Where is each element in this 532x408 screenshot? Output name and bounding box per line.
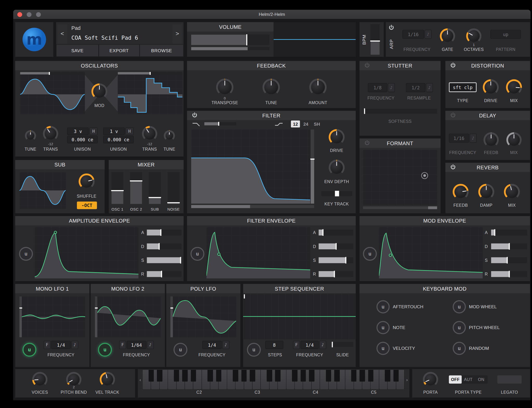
filter-resonance-slider[interactable] (311, 130, 314, 204)
stutter-softness-slider[interactable] (363, 109, 437, 114)
osc2-harmonize-button[interactable]: H (125, 128, 134, 135)
save-button[interactable]: SAVE (56, 44, 99, 57)
patch-name[interactable]: COA Soft Scifi Pad 6 (71, 35, 138, 41)
mod-envelope-decay-handle[interactable] (389, 254, 392, 257)
feedback-tune-knob[interactable] (263, 79, 280, 96)
osc1-unison-voices[interactable]: 3 v (67, 128, 89, 135)
delay-frequency-value[interactable]: 1/16 (449, 134, 469, 143)
filter-env-mod-source-button[interactable]: u (190, 247, 204, 261)
filter-env-attack-slider[interactable] (319, 230, 353, 236)
mod-env-attack-slider[interactable] (491, 230, 527, 236)
filter-env-decay-slider[interactable] (319, 243, 353, 249)
sub-waveform-display[interactable] (19, 172, 66, 209)
next-patch-button[interactable]: > (172, 24, 182, 44)
poly-lfo-amp-slider[interactable] (170, 296, 173, 337)
aftertouch-mod-source-button[interactable]: u (376, 300, 390, 313)
black-key[interactable] (191, 370, 196, 382)
mixer-osc2-slider[interactable] (130, 172, 142, 204)
osc2-unison-voices[interactable]: 1 v (103, 128, 125, 135)
mono-lfo1-sync-mode-icon[interactable]: F (44, 341, 51, 349)
reverb-feedback-knob[interactable] (453, 184, 469, 200)
amp-envelope-peak-handle[interactable] (54, 231, 57, 234)
step-sequencer-note-icon[interactable]: ♪ (319, 341, 326, 349)
black-key[interactable] (208, 370, 213, 382)
distortion-type-value[interactable]: sft clp (449, 82, 477, 92)
mixer-noise-slider[interactable] (168, 172, 179, 204)
zoom-window-button[interactable] (36, 12, 41, 17)
osc2-transpose-knob[interactable] (142, 126, 157, 141)
stutter-resample-value[interactable]: 1/2 (406, 83, 425, 92)
amp-env-mod-source-button[interactable]: u (19, 247, 33, 261)
mono-lfo1-mod-source-button[interactable]: u (23, 343, 36, 357)
bpm-slider[interactable] (371, 24, 380, 55)
porta-type-aut-button[interactable]: AUT (462, 375, 475, 384)
filter-response-display[interactable] (191, 130, 310, 204)
sub-octave-button[interactable]: -OCT (77, 202, 97, 209)
distortion-drive-knob[interactable] (483, 79, 499, 95)
black-key[interactable] (275, 370, 281, 382)
black-key[interactable] (241, 370, 247, 382)
formant-xy-pad[interactable] (363, 150, 437, 205)
minimize-window-button[interactable] (27, 12, 32, 17)
mod-env-mod-source-button[interactable]: u (363, 247, 377, 261)
step-sequencer-sync-mode-icon[interactable]: F (293, 341, 300, 349)
reverb-power-button[interactable] (450, 164, 457, 171)
amp-env-release-slider[interactable] (147, 271, 181, 277)
random-mod-source-button[interactable]: u (453, 342, 466, 355)
formant-scrollbar-thumb[interactable] (428, 206, 437, 209)
step-sequencer-steps-value[interactable]: 8 (265, 341, 283, 349)
keyboard-scroll-left-button[interactable]: ‹ (138, 370, 143, 389)
mod-env-decay-slider[interactable] (491, 243, 527, 249)
black-key[interactable] (233, 370, 238, 382)
arp-sync-note-icon[interactable]: ♪ (425, 30, 432, 39)
arp-pattern-value[interactable]: up (490, 30, 521, 39)
distortion-mix-knob[interactable] (506, 79, 522, 95)
arp-frequency-value[interactable]: 1/16 (402, 30, 424, 39)
piano-keyboard[interactable] (143, 370, 404, 389)
osc2-tune-knob[interactable] (164, 130, 175, 141)
poly-lfo-mod-source-button[interactable]: u (174, 343, 187, 357)
osc1-transpose-knob[interactable] (43, 126, 58, 141)
prev-patch-button[interactable]: < (57, 24, 67, 44)
mod-envelope-display[interactable] (379, 227, 483, 278)
pitch-wheel-mod-source-button[interactable]: u (453, 321, 466, 334)
filter-scrollbar[interactable] (191, 205, 314, 208)
distortion-power-button[interactable] (450, 62, 457, 69)
osc1-unison-detune[interactable]: 0.000 ce (67, 136, 98, 143)
formant-xy-handle[interactable] (421, 172, 428, 179)
black-key[interactable] (174, 370, 179, 382)
mod-env-sustain-slider[interactable] (491, 257, 527, 263)
black-key[interactable] (309, 370, 314, 382)
black-key[interactable] (182, 370, 188, 382)
filter-24db-button[interactable]: 24 (301, 121, 310, 128)
porta-type-on-button[interactable]: ON (475, 375, 488, 384)
amp-env-decay-slider[interactable] (147, 243, 181, 249)
mono-lfo2-display[interactable] (95, 296, 161, 337)
black-key[interactable] (334, 370, 340, 382)
porta-type-off-button[interactable]: OFF (449, 375, 462, 384)
formant-scrollbar[interactable] (363, 206, 437, 209)
osc1-wave-selector[interactable] (20, 72, 85, 74)
osc2-waveform-display[interactable] (118, 72, 182, 114)
close-window-button[interactable] (17, 12, 22, 17)
osc1-tune-knob[interactable] (25, 130, 36, 141)
mod-wheel-mod-source-button[interactable]: u (453, 300, 466, 313)
reverb-damp-knob[interactable] (478, 184, 494, 200)
mono-lfo1-frequency-value[interactable]: 1/4 (51, 341, 71, 349)
stutter-power-button[interactable] (364, 62, 371, 69)
reverb-mix-knob[interactable] (504, 184, 520, 200)
feedback-transpose-knob[interactable] (216, 79, 234, 96)
velocity-mod-source-button[interactable]: u (376, 342, 390, 355)
step-sequencer-position-handle[interactable] (244, 294, 245, 298)
mono-lfo1-display[interactable] (19, 296, 85, 337)
filter-power-button[interactable] (191, 112, 198, 119)
delay-mix-knob[interactable] (506, 132, 522, 148)
filter-keytrack-slider[interactable] (321, 191, 352, 196)
poly-lfo-display[interactable] (170, 296, 236, 337)
browse-button[interactable]: BROWSE (139, 44, 183, 57)
osc2-unison-detune[interactable]: 0.000 ce (103, 136, 134, 143)
step-sequencer-frequency-value[interactable]: 1/4 (301, 341, 318, 349)
osc1-harmonize-button[interactable]: H (89, 128, 98, 135)
arp-gate-knob[interactable] (440, 28, 455, 44)
step-sequencer-mod-source-button[interactable]: u (247, 343, 261, 357)
